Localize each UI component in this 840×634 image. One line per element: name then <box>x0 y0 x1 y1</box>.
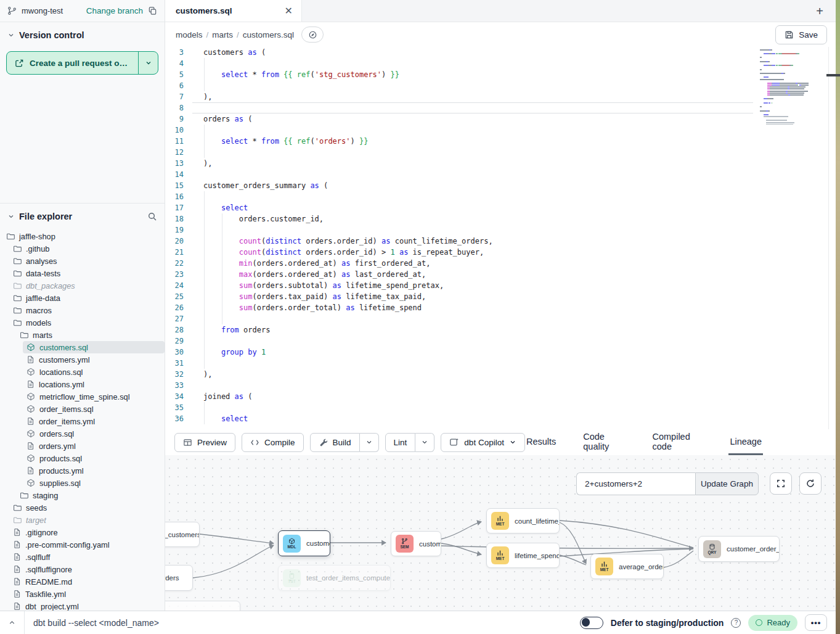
command-input[interactable] <box>33 618 354 628</box>
lineage-node-customers[interactable]: SEMcustomers <box>391 531 441 556</box>
code-line-4[interactable]: 4 <box>165 58 836 69</box>
code-line-28[interactable]: 28 from orders <box>165 324 836 336</box>
code-line-25[interactable]: 25 sum(orders.tax_paid) as lifetime_tax_… <box>165 291 836 302</box>
lineage-panel[interactable]: MDLstg_customersMDLordersMDLcustomersTST… <box>165 455 836 611</box>
panel-tab-compiled-code[interactable]: Compiled code <box>651 429 704 455</box>
copilot-dropdown-chevron[interactable] <box>509 438 516 446</box>
lineage-node-test-order-items-compute-to-bools-[interactable]: TSTtest_order_items_compute_to_bools... <box>278 565 391 591</box>
new-tab-plus-icon[interactable]: + <box>816 5 823 17</box>
scrollbar-thumb[interactable] <box>826 74 840 76</box>
collapse-panel-chevron[interactable] <box>0 611 25 634</box>
code-line-33[interactable]: 33 <box>165 380 836 391</box>
code-line-17[interactable]: 17 select <box>165 202 836 213</box>
code-line-19[interactable]: 19 <box>165 224 836 236</box>
change-branch-link[interactable]: Change branch <box>86 6 143 15</box>
file-tree-item-order-items-sql[interactable]: order_items.sql <box>23 403 165 415</box>
file-tree-item--gitignore[interactable]: .gitignore <box>9 526 165 538</box>
file-tree-item--github[interactable]: .github <box>9 242 165 255</box>
lineage-node-average-order-value[interactable]: METaverage_order_value <box>590 554 664 579</box>
file-tree-item-order-items-yml[interactable]: order_items.yml <box>23 415 165 427</box>
file-tree-item--sqlfluff[interactable]: .sqlfluff <box>9 551 165 563</box>
file-tree-item-jaffle-data[interactable]: jaffle-data <box>9 292 165 304</box>
code-line-7[interactable]: 7), <box>165 91 836 102</box>
file-tree-item-jaffle-shop[interactable]: jaffle-shop <box>2 230 165 242</box>
code-line-15[interactable]: 15customer_orders_summary as ( <box>165 180 836 191</box>
code-line-30[interactable]: 30 group by 1 <box>165 347 836 358</box>
code-line-26[interactable]: 26 sum(orders.order_total) as lifetime_s… <box>165 302 836 313</box>
save-button[interactable]: Save <box>775 25 827 44</box>
file-tree-item-orders-yml[interactable]: orders.yml <box>23 440 165 452</box>
chevron-down-icon[interactable] <box>7 213 15 220</box>
code-line-14[interactable]: 14 <box>165 169 836 180</box>
update-graph-button[interactable]: Update Graph <box>695 472 759 495</box>
refresh-icon[interactable] <box>799 472 822 495</box>
lineage-node-partial[interactable] <box>165 601 240 611</box>
pr-dropdown-chevron[interactable] <box>138 52 158 74</box>
more-options-button[interactable]: ••• <box>805 614 827 631</box>
file-tree-item-analyses[interactable]: analyses <box>9 255 165 267</box>
code-line-21[interactable]: 21 count(distinct orders.order_id) > 1 a… <box>165 247 836 258</box>
file-tree-item--pre-commit-config-yaml[interactable]: .pre-commit-config.yaml <box>9 538 165 551</box>
build-dropdown-chevron[interactable] <box>360 433 379 452</box>
code-line-29[interactable]: 29 <box>165 336 836 347</box>
file-tree-item-customers-sql[interactable]: customers.sql <box>23 341 165 353</box>
code-line-9[interactable]: 9orders as ( <box>165 113 836 125</box>
code-line-24[interactable]: 24 sum(orders.subtotal) as lifetime_spen… <box>165 280 836 291</box>
code-line-13[interactable]: 13), <box>165 158 836 169</box>
code-line-10[interactable]: 10 <box>165 125 836 136</box>
file-tree-item-products-sql[interactable]: products.sql <box>23 452 165 464</box>
fullscreen-icon[interactable] <box>770 472 792 495</box>
lineage-node-stg-customers[interactable]: MDLstg_customers <box>165 522 200 547</box>
file-tree-item-readme-md[interactable]: README.md <box>9 575 165 588</box>
file-tree-item-dbt-project-yml[interactable]: dbt_project.yml <box>9 600 165 611</box>
lint-button[interactable]: Lint <box>385 433 416 452</box>
file-tree-item-locations-yml[interactable]: locations.yml <box>23 378 165 390</box>
file-tree-item-taskfile-yml[interactable]: Taskfile.yml <box>9 588 165 600</box>
code-line-34[interactable]: 34joined as ( <box>165 391 836 402</box>
code-editor[interactable]: 23customers as (45 select * from {{ ref(… <box>165 47 836 429</box>
code-line-32[interactable]: 32), <box>165 369 836 380</box>
defer-toggle[interactable] <box>580 617 603 629</box>
file-tree-item-seeds[interactable]: seeds <box>9 501 165 514</box>
file-tree-item-marts[interactable]: marts <box>16 329 165 341</box>
code-line-36[interactable]: 36 select <box>165 413 836 424</box>
chevron-down-icon[interactable] <box>7 31 15 39</box>
file-tree-item-models[interactable]: models <box>9 316 165 329</box>
code-line-12[interactable]: 12 <box>165 147 836 158</box>
lineage-node-orders[interactable]: MDLorders <box>165 565 193 591</box>
code-line-22[interactable]: 22 min(orders.ordered_at) as first_order… <box>165 258 836 269</box>
minimap[interactable] <box>760 47 809 125</box>
file-tree-item-customers-yml[interactable]: customers.yml <box>23 353 165 366</box>
lineage-node-customer-order-metrics[interactable]: QRYcustomer_order_metrics <box>698 536 780 562</box>
code-line-6[interactable]: 6 <box>165 80 836 91</box>
editor-scrollbar[interactable] <box>828 47 829 429</box>
file-tree-item-locations-sql[interactable]: locations.sql <box>23 366 165 378</box>
panel-tab-lineage[interactable]: Lineage <box>728 429 763 455</box>
code-line-27[interactable]: 27 <box>165 313 836 324</box>
copy-icon[interactable] <box>148 6 157 15</box>
panel-tab-code-quality[interactable]: Code quality <box>582 429 626 455</box>
file-tree-item-products-yml[interactable]: products.yml <box>23 464 165 477</box>
help-icon[interactable]: ? <box>731 618 741 628</box>
code-line-16[interactable]: 16 <box>165 191 836 202</box>
file-tree-item-metricflow-time-spine-sql[interactable]: metricflow_time_spine.sql <box>23 390 165 403</box>
lineage-node-count-lifetime-orders[interactable]: METcount_lifetime_orders <box>486 508 560 533</box>
code-line-35[interactable]: 35 <box>165 402 836 413</box>
preview-button[interactable]: Preview <box>174 433 235 452</box>
code-line-3[interactable]: 3customers as ( <box>165 47 836 58</box>
code-line-11[interactable]: 11 select * from {{ ref('orders') }} <box>165 136 836 147</box>
file-tree-item-data-tests[interactable]: data-tests <box>9 267 165 279</box>
code-line-31[interactable]: 31 <box>165 358 836 369</box>
file-tree-item-supplies-sql[interactable]: supplies.sql <box>23 477 165 489</box>
search-icon[interactable] <box>147 212 157 221</box>
tab-customers-sql[interactable]: customers.sql ✕ <box>165 0 302 22</box>
docs-compass-button[interactable] <box>301 27 324 43</box>
compile-button[interactable]: Compile <box>242 433 304 452</box>
build-button[interactable]: Build <box>310 433 360 452</box>
file-tree-item-macros[interactable]: macros <box>9 304 165 316</box>
lineage-node-lifetime-spend-pretax[interactable]: METlifetime_spend_pretax <box>486 543 560 568</box>
lint-dropdown-chevron[interactable] <box>415 433 434 452</box>
file-tree-item--sqlfluffignore[interactable]: .sqlfluffignore <box>9 563 165 575</box>
dbt-copilot-button[interactable]: dbt Copilot <box>441 433 525 452</box>
code-line-18[interactable]: 18 orders.customer_id, <box>165 213 836 224</box>
